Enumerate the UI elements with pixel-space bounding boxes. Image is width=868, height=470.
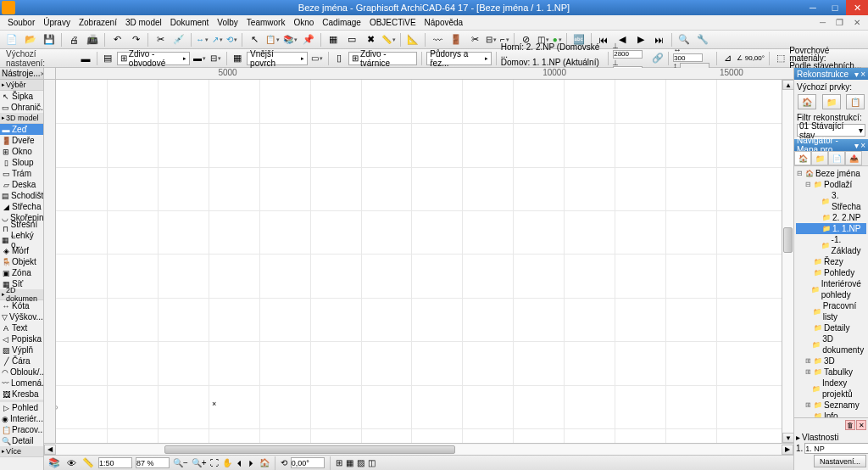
scissors-icon[interactable]: ✂ [466,32,483,48]
fit-icon[interactable]: ⛶ [210,458,219,467]
menu-volby[interactable]: Volby [213,18,242,27]
drawing-canvas[interactable]: ○ × [56,80,782,443]
tool-lomena[interactable]: 〰Lomená... [0,378,43,389]
nav-last-icon[interactable]: ⏭ [651,32,668,48]
tree-1np[interactable]: 📁1. 1.NP [796,223,866,234]
nav-del-icon[interactable]: 🗑 [845,420,855,430]
door-icon[interactable]: 🚪 [448,32,465,48]
tool-deska[interactable]: ▱Deska [0,179,43,190]
rotate-dropdown[interactable]: ⟲▾ [225,34,238,45]
tool-popiska[interactable]: ◁Popiska [0,333,43,344]
nav-tab-view[interactable]: 📁 [811,151,828,165]
stack-dropdown[interactable]: 📚▾ [282,34,298,45]
cut-icon[interactable]: ✂ [152,32,169,48]
toolbox-cat-vyber[interactable]: Výběr [0,80,43,91]
undo-icon[interactable]: ↶ [108,32,125,48]
prev-view-icon[interactable]: ⏴ [236,458,244,467]
split-dropdown[interactable]: ⊟▾ [485,34,498,45]
tree-root[interactable]: ⊟🏠Beze jména [796,168,866,179]
tool-kresba[interactable]: 🖼Kresba [0,389,43,400]
rekon-filter-combo[interactable]: 01 Stávající stav▾ [797,124,865,137]
tool-objekt[interactable]: 🪑Objekt [0,256,43,267]
d1-icon[interactable]: ⊞ [336,458,342,467]
tree-pohledy[interactable]: 📁Pohledy [796,267,866,278]
d4-icon[interactable]: ◫ [368,458,376,467]
scale-icon[interactable]: 📏 [81,456,95,470]
tool-vypln[interactable]: ▨Výplň [0,344,43,355]
tool-zed[interactable]: ▬Zeď [0,124,43,135]
structure-combo[interactable]: ⊞Zdivo - obvodové▸ [117,52,190,65]
rekon-new-button[interactable]: 📋 [846,94,865,109]
pin-icon[interactable]: 📌 [300,32,317,48]
tool-oblouk[interactable]: ◠Oblouk/... [0,366,43,378]
window-icon[interactable]: ▭ [343,32,360,48]
cursor-icon[interactable]: ↖ [246,32,263,48]
scrollbar-horizontal[interactable]: ◀ ▶ [44,443,793,455]
vlast-name-input[interactable] [804,443,868,454]
surface-mat-icon[interactable]: ⬚ [774,52,787,65]
zoom-out-icon[interactable]: 🔍− [173,458,188,467]
d2-icon[interactable]: ▦ [346,458,353,467]
ruler-dropdown[interactable]: 📏▾ [381,34,397,45]
ref-dropdown[interactable]: ⊟▾ [209,53,222,64]
cancel-icon[interactable]: ✖ [362,32,379,48]
tree-2np[interactable]: 📁2. 2.NP [796,212,866,223]
menu-dokument[interactable]: Dokument [166,18,214,27]
rotate-icon[interactable]: ⟲ [281,458,287,467]
tree-indexy[interactable]: 📁Indexy projektů [796,378,866,400]
home-view-icon[interactable]: 🏠 [259,458,270,467]
maximize-button[interactable]: □ [824,0,846,15]
tree-podlazi[interactable]: ⊟📁Podlaží [796,179,866,190]
menu-objective[interactable]: OBJECTiVE [365,18,420,27]
tool-tram[interactable]: ▭Trám [0,168,43,179]
doc-minimize-icon[interactable]: ─ [815,18,830,27]
angle-profile-icon[interactable]: ⊿ [721,52,734,65]
menu-3dmodel[interactable]: 3D model [121,18,166,27]
menu-zobrazeni[interactable]: Zobrazení [75,18,121,27]
angle-input[interactable] [291,457,325,468]
minimize-button[interactable]: ─ [802,0,824,15]
surface-combo[interactable]: Vnější povrch▸ [247,52,308,65]
hatch-icon[interactable]: ▦ [231,52,244,65]
tool-vyskov[interactable]: ▽Výškov... [0,311,43,322]
menu-soubor[interactable]: Soubor [3,18,39,27]
toolbox-cat-2d[interactable]: 2D dokumen [0,289,43,300]
nav-tab-layout[interactable]: 📄 [828,151,845,165]
zoom-in-icon[interactable]: 🔍+ [192,458,207,467]
nav-tab-project[interactable]: 🏠 [794,151,811,165]
rekon-existing-button[interactable]: 🏠 [798,94,816,109]
tree-pracovni[interactable]: 📁Pracovní listy [796,300,866,322]
nav-dock-icon[interactable]: ▾ [854,141,859,150]
tool-text[interactable]: AText [0,322,43,333]
profile-dropdown[interactable]: ▭▾ [310,53,324,64]
tree-tabulky[interactable]: ⊞📁Tabulky [796,366,866,378]
vlast-settings-button[interactable]: Nastavení... [814,455,866,467]
tool-pracov[interactable]: 📋Pracov... [0,424,43,435]
trace-icon[interactable]: 👁 [64,456,78,470]
scrollbar-vertical[interactable]: ▲ ▼ [782,80,793,443]
rekon-close-icon[interactable]: × [860,70,865,79]
tree-info[interactable]: 📁Info [796,411,866,417]
tree-zaklady[interactable]: 📁-1. Základy [796,234,866,256]
tree-detaily[interactable]: 📁Detaily [796,322,866,333]
new-icon[interactable]: 📄 [3,32,20,48]
plot-icon[interactable]: 🖨 [65,32,82,48]
tool-pohled[interactable]: ▷Pohled [0,402,43,413]
measure-icon[interactable]: 📐 [404,32,421,48]
plan-combo[interactable]: Půdorys a řez...▸ [426,52,492,65]
menu-teamwork[interactable]: Teamwork [242,18,290,27]
tool-sipka[interactable]: ↖Šipka [0,91,43,102]
zoom-pct-input[interactable] [136,457,170,468]
column-icon[interactable]: ▯ [333,52,346,65]
rekon-demo-button[interactable]: 📁 [822,94,841,109]
redo-icon[interactable]: ↷ [127,32,144,48]
tool-zona[interactable]: ▣Zóna [0,267,43,278]
tree-3ddok[interactable]: 📁3D dokumenty [796,333,866,355]
menu-napoveda[interactable]: Nápověda [420,18,468,27]
menu-okno[interactable]: Okno [289,18,318,27]
toolbox-cat-vice[interactable]: Více [0,446,43,457]
close-button[interactable]: ✕ [846,0,868,15]
tool-strecha[interactable]: ◢Střecha [0,201,43,212]
next-view-icon[interactable]: ⏵ [248,458,256,467]
tool-schodiste[interactable]: ▤Schodiště [0,190,43,201]
